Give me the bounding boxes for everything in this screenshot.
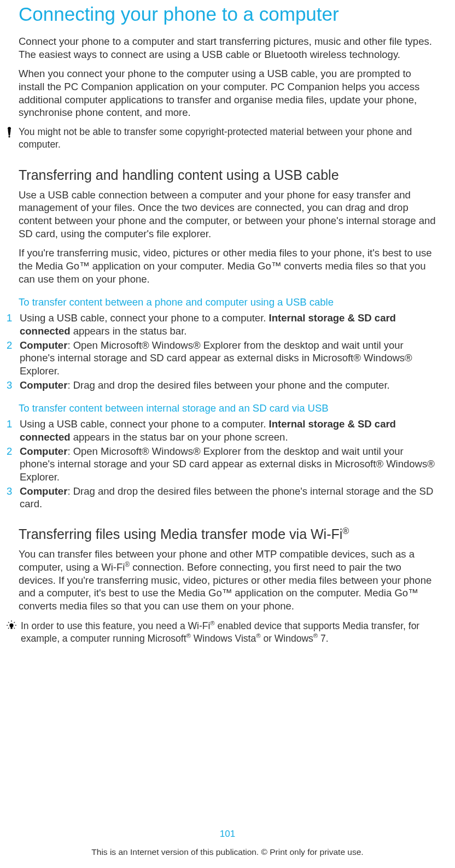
step-number: 3 [7,379,12,392]
footer-disclaimer: This is an Internet version of this publ… [0,847,455,857]
step-text: Using a USB cable, connect your phone to… [20,418,436,443]
svg-rect-10 [10,627,12,629]
svg-point-1 [8,136,10,137]
task2-step-1: 1 Using a USB cable, connect your phone … [7,418,436,443]
task-title-1: To transfer content between a phone and … [19,296,436,308]
tip-text: In order to use this feature, you need a… [21,619,436,645]
step-text: Using a USB cable, connect your phone to… [20,312,436,337]
lightbulb-icon [7,619,12,632]
page-footer: 101 This is an Internet version of this … [0,829,455,857]
step-number: 3 [7,485,12,498]
task2-step-3: 3 Computer: Drag and drop the desired fi… [7,485,436,511]
svg-line-4 [14,622,15,623]
svg-line-3 [8,622,9,623]
page-number: 101 [0,829,455,840]
step-number: 2 [7,339,12,352]
usb-paragraph-2: If you're transferring music, video, pic… [19,247,436,285]
task-title-2: To transfer content between internal sto… [19,402,436,414]
task1-step-1: 1 Using a USB cable, connect your phone … [7,312,436,337]
page-content: Connecting your phone to a computer Conn… [0,0,455,645]
step-text: Computer: Drag and drop the desired file… [20,379,390,392]
exclamation-icon [7,126,12,139]
step-text: Computer: Drag and drop the desired file… [20,485,436,511]
wifi-paragraph: You can transfer files between your phon… [19,548,436,613]
step-number: 1 [7,418,12,431]
svg-line-7 [8,627,9,629]
step-text: Computer: Open Microsoft® Windows® Explo… [20,445,436,484]
intro-paragraph-2: When you connect your phone to the compu… [19,67,436,119]
task1-step-2: 2 Computer: Open Microsoft® Windows® Exp… [7,339,436,378]
svg-point-0 [8,127,11,130]
step-number: 1 [7,312,12,325]
warning-note: You might not be able to transfer some c… [7,126,436,151]
task1-step-3: 3 Computer: Drag and drop the desired fi… [7,379,436,392]
warning-text: You might not be able to transfer some c… [19,126,436,151]
tip-note: In order to use this feature, you need a… [7,619,436,645]
section-heading-wifi: Transferring files using Media transfer … [19,526,436,542]
svg-point-9 [9,623,13,627]
section-heading-usb: Transferring and handling content using … [19,167,436,183]
step-text: Computer: Open Microsoft® Windows® Explo… [20,339,436,378]
svg-line-8 [14,627,15,629]
intro-paragraph-1: Connect your phone to a computer and sta… [19,35,436,61]
page-title: Connecting your phone to a computer [19,3,436,25]
task2-step-2: 2 Computer: Open Microsoft® Windows® Exp… [7,445,436,484]
step-number: 2 [7,445,12,458]
usb-paragraph-1: Use a USB cable connection between a com… [19,189,436,241]
